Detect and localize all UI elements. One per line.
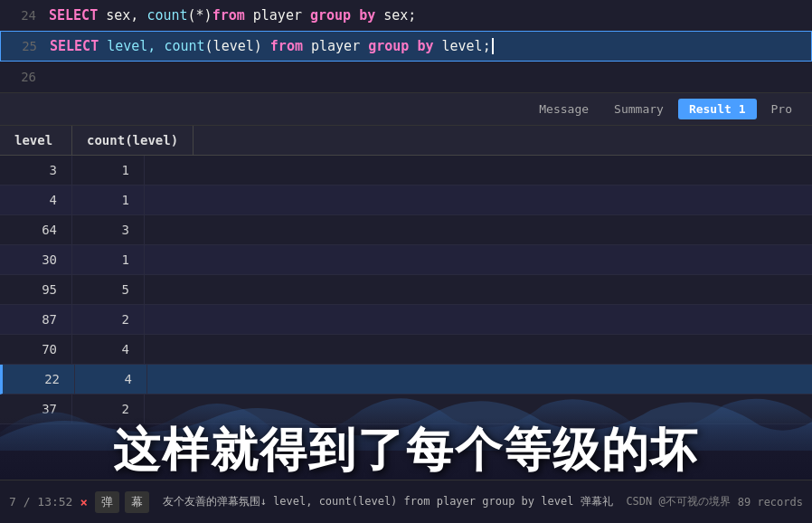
code-text: sex; bbox=[375, 7, 416, 24]
cell-count: 4 bbox=[72, 335, 145, 364]
chinese-subtitle: 这样就得到了每个等级的坏 bbox=[0, 424, 812, 476]
code-function: count bbox=[164, 38, 204, 54]
code-line-24: 24 SELECT sex, count (*) from player gro… bbox=[0, 0, 812, 31]
cell-count: 1 bbox=[72, 185, 145, 214]
table-row: 3 1 bbox=[0, 156, 812, 185]
table-row: 64 3 bbox=[0, 215, 812, 245]
cell-count: 4 bbox=[75, 365, 147, 394]
line-info: 7 / 13:52 bbox=[9, 495, 72, 509]
table-row: 30 1 bbox=[0, 245, 812, 275]
table-row: 70 4 bbox=[0, 335, 812, 365]
status-mid-text: 友个友善的弹幕氛围↓ level, count(level) from play… bbox=[156, 494, 619, 509]
cell-level: 22 bbox=[3, 365, 75, 394]
col-header-count: count(level) bbox=[72, 126, 194, 155]
table-body: 3 1 4 1 64 3 30 1 95 5 87 2 70 4 22 4 bbox=[0, 156, 812, 424]
status-right-text: CSDN @不可视の境界 bbox=[626, 494, 730, 509]
code-text: sex, bbox=[98, 7, 146, 24]
cell-level: 4 bbox=[0, 185, 72, 214]
code-text: player bbox=[303, 38, 368, 54]
table-row-highlighted: 22 4 bbox=[0, 365, 812, 395]
table-header: level count(level) bbox=[0, 126, 812, 156]
cell-level: 3 bbox=[0, 156, 72, 185]
icon-mu: 幕 bbox=[125, 491, 149, 513]
cell-level: 30 bbox=[0, 245, 72, 274]
tabs-bar: Message Summary Result 1 Pro bbox=[0, 93, 812, 126]
line-number-25: 25 bbox=[12, 39, 37, 53]
cell-count: 5 bbox=[72, 275, 145, 304]
code-function: level, bbox=[99, 38, 156, 54]
code-keyword: SELECT bbox=[50, 38, 99, 54]
icon-dan: 弹 bbox=[95, 491, 119, 513]
line-number-26: 26 bbox=[11, 70, 36, 84]
cell-level: 64 bbox=[0, 215, 72, 244]
cell-level: 95 bbox=[0, 275, 72, 304]
code-text: level; bbox=[433, 38, 490, 54]
status-bar: 7 / 13:52 × 弹 幕 友个友善的弹幕氛围↓ level, count(… bbox=[0, 480, 812, 523]
code-text: player bbox=[245, 7, 310, 24]
code-line-25: 25 SELECT level, count (level) from play… bbox=[0, 31, 812, 62]
cell-count: 1 bbox=[72, 156, 145, 185]
tab-message[interactable]: Message bbox=[528, 99, 600, 119]
code-line-26: 26 bbox=[0, 62, 812, 92]
code-keyword: group by bbox=[368, 38, 433, 54]
cell-level: 70 bbox=[0, 335, 72, 364]
code-keyword: SELECT bbox=[49, 7, 98, 24]
tab-result1[interactable]: Result 1 bbox=[678, 99, 757, 119]
code-keyword: group by bbox=[310, 7, 375, 24]
cell-level: 87 bbox=[0, 305, 72, 334]
tab-pro[interactable]: Pro bbox=[760, 99, 803, 119]
table-row: 87 2 bbox=[0, 305, 812, 335]
cell-count: 3 bbox=[72, 215, 145, 244]
table-row: 4 1 bbox=[0, 185, 812, 215]
close-icon[interactable]: × bbox=[80, 495, 87, 509]
cursor bbox=[492, 38, 494, 54]
col-header-level: level bbox=[0, 126, 72, 155]
table-row: 95 5 bbox=[0, 275, 812, 305]
records-count: 89 records bbox=[738, 496, 803, 509]
code-text bbox=[156, 38, 164, 54]
results-area: level count(level) 3 1 4 1 64 3 30 1 95 … bbox=[0, 126, 812, 424]
line-number-24: 24 bbox=[11, 8, 36, 23]
tab-summary[interactable]: Summary bbox=[603, 99, 675, 119]
cell-count: 2 bbox=[72, 305, 145, 334]
code-keyword: from bbox=[212, 7, 245, 24]
code-editor: 24 SELECT sex, count (*) from player gro… bbox=[0, 0, 812, 93]
status-icons: 弹 幕 bbox=[95, 491, 149, 513]
chinese-text-overlay: 这样就得到了每个等级的坏 bbox=[0, 417, 812, 480]
code-text: (level) bbox=[205, 38, 270, 54]
code-keyword: from bbox=[270, 38, 303, 54]
cell-count: 1 bbox=[72, 245, 145, 274]
code-function: count bbox=[146, 7, 187, 24]
code-text: (*) bbox=[188, 7, 212, 24]
